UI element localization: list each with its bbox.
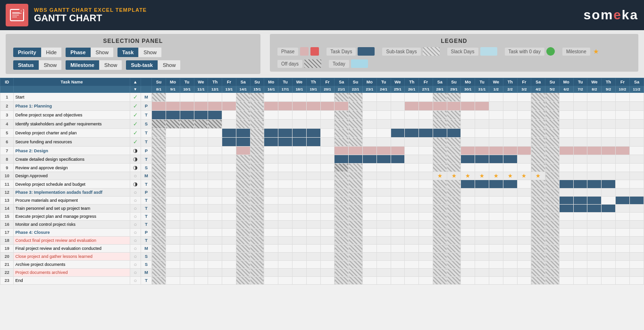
cell-day-6-13 (335, 138, 349, 147)
cell-day-16-1 (166, 221, 180, 229)
col-sort-asc[interactable]: ▲ (130, 78, 141, 86)
cell-day-10-11 (306, 172, 320, 180)
svg-rect-2 (12, 15, 19, 16)
cell-day-13-13 (335, 197, 349, 205)
cell-day-23-2 (180, 277, 194, 285)
cell-day-20-28 (545, 253, 560, 261)
cell-status-3: ✓ (130, 111, 141, 120)
date-sort[interactable]: ▼ (130, 86, 141, 93)
cell-day-5-26 (517, 129, 531, 138)
cell-day-22-0 (152, 269, 166, 277)
cell-day-10-33 (616, 172, 630, 180)
cell-day-16-23 (475, 221, 489, 229)
cell-day-13-14 (349, 197, 363, 205)
cell-day-15-22 (461, 213, 475, 221)
cell-day-11-29 (559, 180, 573, 189)
cell-day-21-34 (629, 261, 644, 269)
cell-day-20-13 (335, 253, 349, 261)
cell-day-18-2 (180, 237, 194, 245)
cell-day-15-16 (376, 213, 391, 221)
date-id (0, 86, 14, 93)
cell-day-15-0 (152, 213, 166, 221)
cell-day-5-29 (559, 129, 573, 138)
cell-day-9-19 (419, 164, 433, 172)
header-titles: WBS GANTT CHART EXCEL TEMPLATE GANTT CHA… (34, 7, 147, 24)
cell-day-5-20 (433, 129, 447, 138)
cell-day-12-12 (320, 189, 335, 197)
cell-day-22-24 (489, 269, 503, 277)
day-col-15: Su (349, 78, 363, 86)
cell-day-17-0 (152, 229, 166, 237)
cell-day-4-9 (278, 120, 293, 129)
phase-group[interactable]: Phase Show (66, 47, 114, 58)
gantt-header-row: ID Task Name ▲ Su Mo Tu We Th Fr Sa Su M… (0, 78, 644, 86)
cell-day-20-23 (475, 253, 489, 261)
cell-day-18-24 (489, 237, 503, 245)
cell-day-14-10 (293, 205, 307, 213)
cell-day-5-28 (545, 129, 560, 138)
cell-day-16-30 (573, 221, 587, 229)
task-group[interactable]: Task Show (117, 47, 162, 58)
cell-day-20-31 (587, 253, 602, 261)
cell-day-18-1 (166, 237, 180, 245)
cell-day-15-3 (194, 213, 208, 221)
legend-slack-days-box (480, 47, 497, 56)
cell-day-22-8 (264, 269, 278, 277)
cell-day-4-20 (433, 120, 447, 129)
cell-day-5-32 (602, 129, 616, 138)
cell-day-2-6 (236, 102, 250, 111)
cell-day-2-15 (362, 102, 376, 111)
date-d23: 30/1 (461, 86, 475, 93)
cell-day-18-14 (349, 237, 363, 245)
cell-day-13-28 (545, 197, 560, 205)
cell-day-14-21 (447, 205, 461, 213)
status-check: ✓ (133, 112, 138, 118)
cell-type-8: T (141, 155, 151, 164)
date-d5: 12/1 (208, 86, 222, 93)
cell-day-2-28 (545, 102, 560, 111)
cell-day-11-27 (531, 180, 545, 189)
day-col-2: Mo (166, 78, 180, 86)
cell-day-13-32 (602, 197, 616, 205)
cell-type-7: P (141, 147, 151, 155)
cell-day-8-18 (405, 155, 419, 164)
cell-day-4-3 (194, 120, 208, 129)
cell-status-15: ○ (130, 213, 141, 221)
cell-day-12-16 (376, 189, 391, 197)
gantt-container[interactable]: ID Task Name ▲ Su Mo Tu We Th Fr Sa Su M… (0, 78, 644, 311)
task-row-12: 12Phase 3: Implementation asdads fasdf a… (0, 189, 644, 197)
status-group[interactable]: Status Show (13, 60, 62, 70)
cell-day-2-2 (180, 102, 194, 111)
cell-day-20-32 (602, 253, 616, 261)
cell-day-15-5 (222, 213, 236, 221)
cell-day-9-29 (559, 164, 573, 172)
task-row-6: 6Secure funding and resources✓T (0, 138, 644, 147)
subtask-group[interactable]: Sub-task Show (126, 60, 181, 70)
cell-day-5-13 (335, 129, 349, 138)
cell-day-6-33 (616, 138, 630, 147)
cell-day-4-30 (573, 120, 587, 129)
cell-day-5-21 (447, 129, 461, 138)
date-d10: 17/1 (278, 86, 293, 93)
day-col-8: Su (250, 78, 264, 86)
milestone-group[interactable]: Milestone Show (66, 60, 122, 70)
cell-day-17-16 (376, 229, 391, 237)
cell-day-1-15 (362, 93, 376, 102)
cell-day-8-30 (573, 155, 587, 164)
cell-name-6: Secure funding and resources (14, 138, 130, 147)
cell-day-11-8 (264, 180, 278, 189)
legend-milestone-label: Milestone (562, 48, 590, 56)
legend-subtask-days-box (423, 47, 440, 56)
cell-day-12-4 (208, 189, 222, 197)
cell-day-10-20: ★ (433, 172, 447, 180)
cell-day-22-20 (433, 269, 447, 277)
cell-day-16-32 (602, 221, 616, 229)
cell-day-8-6 (236, 155, 250, 164)
priority-group[interactable]: Priority Hide (13, 47, 62, 58)
cell-day-11-1 (166, 180, 180, 189)
cell-day-9-20 (433, 164, 447, 172)
cell-day-16-24 (489, 221, 503, 229)
cell-day-18-10 (293, 237, 307, 245)
cell-day-19-8 (264, 245, 278, 253)
day-col-5: Th (208, 78, 222, 86)
